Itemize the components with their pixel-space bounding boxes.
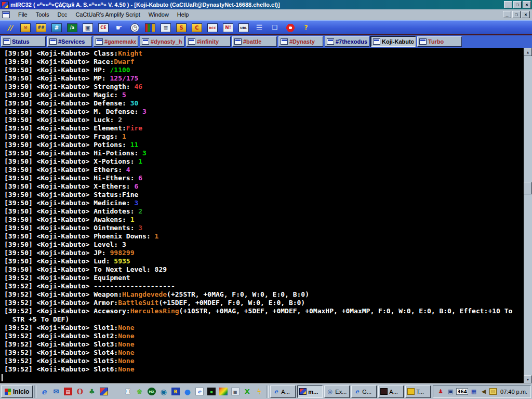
- volume-icon[interactable]: ◀: [480, 388, 488, 396]
- messenger-icon[interactable]: ●: [181, 387, 193, 397]
- scroll-down-icon[interactable]: ▼: [524, 375, 532, 383]
- task-ex[interactable]: ◎Ex...: [324, 385, 350, 398]
- outlook-icon[interactable]: ✉: [50, 387, 62, 397]
- task-a[interactable]: eA...: [270, 385, 296, 398]
- mirc-app-icon[interactable]: [2, 2, 9, 8]
- red-book-icon[interactable]: ▤: [62, 387, 74, 397]
- child-restore-button[interactable]: ❐: [512, 11, 521, 18]
- channels-list-button[interactable]: #: [50, 22, 63, 33]
- scroll-up-icon[interactable]: ▲: [524, 48, 532, 56]
- dcc-button[interactable]: DCC: [206, 22, 219, 33]
- task-a[interactable]: A...: [378, 385, 404, 398]
- message-segment: HerculesRing: [130, 307, 179, 315]
- finger-button[interactable]: ☛: [112, 22, 126, 33]
- tab-turbo[interactable]: Turbo: [417, 36, 462, 47]
- chat-scrollbar[interactable]: ▲ ▼: [524, 48, 532, 383]
- message-segment: Accesory:: [94, 307, 130, 315]
- message-segment: None: [118, 324, 134, 331]
- tab-infinity[interactable]: #infinity: [186, 36, 231, 47]
- dialup-badge[interactable]: 364: [456, 388, 468, 395]
- paint-icon[interactable]: [217, 387, 229, 397]
- mdi-child-icon[interactable]: [2, 11, 10, 18]
- restore-button[interactable]: ❐: [513, 1, 522, 8]
- scrollbar-thumb[interactable]: [524, 182, 532, 194]
- notes-button[interactable]: ≡: [159, 22, 172, 33]
- display-icon[interactable]: ▦: [470, 388, 478, 396]
- task-label: m...: [308, 389, 318, 395]
- url-list-button[interactable]: URL: [237, 22, 250, 33]
- menu-help[interactable]: Help: [173, 10, 193, 19]
- screen-icon[interactable]: ▪: [205, 387, 217, 397]
- child-close-button[interactable]: ×: [522, 11, 530, 18]
- tab-7thexodus[interactable]: #7thexodus: [325, 36, 369, 47]
- message-segment: Status:Fine: [94, 191, 138, 198]
- task-m[interactable]: m...: [297, 385, 323, 398]
- menu-dcc[interactable]: Dcc: [53, 10, 71, 19]
- options-button[interactable]: ⚒: [19, 22, 32, 33]
- ie-icon[interactable]: e: [38, 387, 50, 397]
- tab-dynasty-h[interactable]: #dynasty_h...: [140, 36, 184, 47]
- tab-services[interactable]: #Services: [47, 36, 92, 47]
- notify-button[interactable]: N!: [221, 22, 235, 33]
- tab-label: #gamemaker: [104, 38, 136, 45]
- winamp-icon[interactable]: ϟ: [253, 387, 265, 397]
- message-segment: Fire: [126, 124, 142, 132]
- cascade-windows-button[interactable]: ❏: [268, 22, 282, 33]
- channels-list-icon: #: [51, 23, 62, 32]
- aliases-button[interactable]: /a: [65, 22, 79, 33]
- tab-dynasty[interactable]: #Dynasty: [278, 36, 323, 47]
- opera-icon[interactable]: O: [74, 387, 86, 397]
- script-help-button[interactable]: ?: [299, 22, 313, 33]
- start-label: Inicio: [13, 388, 29, 395]
- chat-line: [39:50] <Koji-Kabuto> Status:Fine: [4, 191, 524, 199]
- mirc-icon[interactable]: [98, 387, 110, 397]
- menu-tools[interactable]: Tools: [32, 10, 54, 19]
- scrollbar-track[interactable]: [524, 56, 532, 375]
- tab-battle[interactable]: #battle: [232, 36, 277, 47]
- popups-button[interactable]: ▣: [81, 22, 95, 33]
- connect-button[interactable]: //: [3, 22, 17, 33]
- channels-folder-button[interactable]: ##: [34, 22, 48, 33]
- ie-doc-icon[interactable]: e: [193, 387, 205, 397]
- send-file-button[interactable]: S: [175, 22, 188, 33]
- tab-gamemaker[interactable]: #gamemaker: [94, 36, 138, 47]
- task-t[interactable]: T...: [405, 385, 431, 398]
- menu-file[interactable]: File: [14, 10, 32, 19]
- remote-button[interactable]: CE: [97, 22, 110, 33]
- menu-cactuar-s-amplify-script[interactable]: CaCtUaR's Amplify Script: [71, 10, 144, 19]
- timestamp-and-nick: [39:50] <Koji-Kabuto>: [4, 174, 94, 182]
- alert-icon[interactable]: ♟: [436, 388, 445, 396]
- keyboard-icon[interactable]: ▦: [229, 387, 241, 397]
- scheduler-icon[interactable]: ▤: [489, 388, 497, 395]
- icq-icon[interactable]: ❀: [134, 387, 145, 397]
- taskbar-clock: 07:40 p.m.: [498, 389, 527, 395]
- menu-window[interactable]: Window: [144, 10, 173, 19]
- chat-file-button[interactable]: C: [190, 22, 204, 33]
- message-input[interactable]: [0, 372, 524, 383]
- chat-line: [39:52] <Koji-Kabuto> Weapon:HLangdevede…: [4, 290, 524, 299]
- child-minimize-button[interactable]: _: [503, 11, 511, 18]
- message-segment: Luck:: [94, 116, 118, 124]
- tile-windows-button[interactable]: ☰: [252, 22, 266, 33]
- tab-koji-kabuto[interactable]: Koji-Kabuto: [371, 36, 416, 47]
- tower-icon[interactable]: ♜: [122, 387, 134, 397]
- clock-button[interactable]: ◷: [128, 22, 141, 33]
- minimize-button[interactable]: _: [504, 1, 512, 8]
- network-icon[interactable]: ▣: [446, 388, 455, 396]
- globe-icon[interactable]: ◉: [157, 387, 169, 397]
- ti-mirc-icon: [299, 388, 307, 395]
- game-icon[interactable]: B: [169, 387, 181, 397]
- xing-icon[interactable]: X: [241, 387, 253, 397]
- help-button[interactable]: [284, 22, 297, 33]
- map-tree-icon[interactable]: ♣: [86, 387, 98, 397]
- task-g[interactable]: eG...: [351, 385, 377, 398]
- message-segment: Armor:: [94, 299, 118, 307]
- tab-status[interactable]: Status: [1, 36, 46, 47]
- chat-line: [39:52] <Koji-Kabuto> Slot2:None: [4, 332, 524, 340]
- start-button[interactable]: Inicio: [1, 385, 33, 398]
- mx-icon[interactable]: MX: [145, 387, 157, 397]
- mirc2-icon[interactable]: [110, 387, 122, 397]
- address-book-button[interactable]: [143, 22, 157, 33]
- chat-line: [39:50] <Koji-Kabuto> Luck: 2: [4, 116, 524, 124]
- close-button[interactable]: ×: [523, 1, 531, 8]
